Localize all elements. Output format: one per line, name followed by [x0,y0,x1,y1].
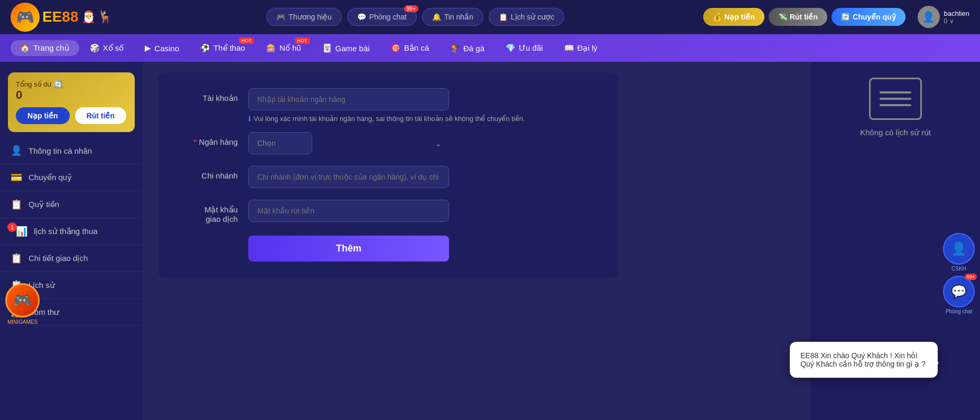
transfer-icon: 🔄 [841,13,850,21]
chat-popup-text: EE88 Xin chào Quý Khách ! Xin hỏi Quý Kh… [800,351,926,368]
bell-icon: 🔔 [432,13,441,21]
nav-item-gambai[interactable]: 🃏 Game bài [312,34,380,62]
ngan-hang-select-wrapper: Chọn Vietcombank Techcombank BIDV Vietin… [248,132,449,154]
logo-area: 🎮 EE88 🎅 🦌 [11,3,112,32]
thethao-icon: ⚽ [200,43,210,53]
person-icon: 👤 [11,145,22,156]
refresh-icon[interactable]: 🔄 [54,80,62,88]
casino-icon: ▶ [145,43,151,53]
main-content: Tài khoản ℹ Vui lòng xác minh tài khoản … [143,62,811,420]
user-balance-top: 0 ∨ [944,17,969,25]
transfer-sidebar-icon: 💳 [11,172,22,183]
deer-icon: 🦌 [98,10,112,24]
nav-item-xoso[interactable]: 🎲 Xổ số [79,34,135,62]
hot-badge-thethao: HOT [239,38,254,44]
balance-box: Tổng số dư 🔄 0 Nạp tiền Rút tiền [8,72,135,132]
chat-badge: 99+ [404,5,418,12]
cskh-button[interactable]: 👤 [943,233,975,265]
phong-chat-widget-button[interactable]: 💬 [943,276,975,307]
tin-nhan-button[interactable]: 🔔 Tin nhắn [422,8,483,26]
balance-label: Tổng số dư 🔄 [16,80,127,88]
nav-item-nohu[interactable]: 🎰 Nổ hũ HOT [256,34,312,62]
mat-khau-input[interactable] [248,200,449,222]
chart-icon: 📊 [16,226,27,237]
form-section: Tài khoản ℹ Vui lòng xác minh tài khoản … [158,72,618,277]
santa-icon: 🎅 [81,10,96,24]
rut-tien-sidebar-button[interactable]: Rút tiền [75,107,126,124]
minigames-label: MINIGAMES [5,319,40,325]
rut-tien-top-button[interactable]: 💸 Rút tiền [769,8,827,26]
thuong-hieu-icon: 🎮 [276,13,285,21]
history-icon: 📋 [499,13,508,21]
nav-item-casino[interactable]: ▶ Casino [134,34,190,62]
nav-item-banca[interactable]: 🎯 Bắn cá [380,34,440,62]
chat-widget: 👤 CSKH 💬 99+ Phòng chat [943,233,975,314]
chi-nhanh-label: Chi nhánh [174,166,238,180]
tai-khoan-row: Tài khoản [174,88,602,110]
notification-badge: 1 [7,222,17,232]
tai-khoan-input[interactable] [248,88,449,110]
minigames-button[interactable]: 🎮 [5,283,40,318]
chevron-down-icon: ⌄ [435,138,442,148]
info-icon: ℹ [248,115,251,123]
minigames-float: 🎮 MINIGAMES [5,283,40,325]
chuyen-quy-top-button[interactable]: 🔄 Chuyển quỹ [832,8,906,26]
history-line-3 [880,104,911,106]
gambai-icon: 🃏 [322,43,332,53]
sidebar-item-quytien[interactable]: 📋 Quỹ tiền [0,191,143,218]
detail-icon: 📋 [11,253,22,264]
nap-icon: 💰 [713,13,722,21]
user-info: bachlien 0 ∨ [944,10,969,25]
nav-item-thethao[interactable]: ⚽ Thể thao HOT [190,34,256,62]
btn-them-wrapper: Thêm [174,236,602,262]
daga-icon: 🐓 [450,43,460,53]
xoso-icon: 🎲 [90,43,100,53]
rut-icon: 💸 [778,13,787,21]
sidebar-item-chuyenquy[interactable]: 💳 Chuyển quỹ [0,164,143,191]
nap-tien-top-button[interactable]: 💰 Nạp tiền [703,8,764,26]
top-nav: 🎮 EE88 🎅 🦌 🎮 Thương hiệu 💬 Phòng chat 99… [0,0,980,34]
sidebar-item-chitiet[interactable]: 📋 Chi tiết giao dịch [0,245,143,272]
cskh-label: CSKH [943,266,975,272]
form-hint: ℹ Vui lòng xác minh tài khoản ngân hàng,… [248,115,602,123]
ngan-hang-label: Ngân hàng [174,132,238,146]
chat-popup: EE88 Xin chào Quý Khách ! Xin hỏi Quý Kh… [790,342,938,378]
phong-chat-button[interactable]: 💬 Phòng chat 99+ [347,8,417,26]
nav-item-uudai[interactable]: 💎 Ưu đãi [495,34,554,62]
user-area: 👤 bachlien 0 ∨ [918,6,969,28]
nav-item-daga[interactable]: 🐓 Đá gà [440,34,495,62]
home-icon: 🏠 [20,43,30,53]
sidebar-item-thongtin[interactable]: 👤 Thông tin cá nhân [0,137,143,164]
username: bachlien [944,10,969,17]
main-nav: 🏠 Trang chủ 🎲 Xổ số ▶ Casino ⚽ Thể thao … [0,34,980,62]
nohu-icon: 🎰 [266,43,276,53]
logo-decoration: 🎅 🦌 [81,10,112,24]
chi-nhanh-row: Chi nhánh [174,166,602,188]
them-button[interactable]: Thêm [248,236,449,262]
thuong-hieu-button[interactable]: 🎮 Thương hiệu [266,8,341,26]
chi-nhanh-input[interactable] [248,166,449,188]
phong-chat-label: Phòng chat [943,309,975,314]
lich-su-cuoc-button[interactable]: 📋 Lịch sử cược [489,8,564,26]
logo-text: EE88 [42,8,79,25]
nav-center-buttons: 🎮 Thương hiệu 💬 Phòng chat 99+ 🔔 Tin nhắ… [266,8,564,26]
mat-khau-label: Mật khẩu giao dịch [174,200,238,224]
ngan-hang-row: Ngân hàng Chọn Vietcombank Techcombank B… [174,132,602,154]
history-lines [880,91,911,106]
balance-btn-group: Nạp tiền Rút tiền [16,107,127,124]
chat-icon: 💬 [357,13,366,21]
sidebar-item-lichsu-thang[interactable]: 1 📊 lịch sử thắng thua [0,218,143,245]
ngan-hang-select[interactable]: Chọn Vietcombank Techcombank BIDV Vietin… [248,132,312,154]
nav-item-daily[interactable]: 📖 Đại lý [554,34,608,62]
history-empty-icon [869,78,922,120]
nap-tien-sidebar-button[interactable]: Nạp tiền [16,107,70,124]
uudai-icon: 💎 [506,43,516,53]
phong-chat-badge: 99+ [965,274,977,280]
daily-icon: 📖 [564,43,574,53]
balance-amount: 0 [16,88,127,102]
history-line-2 [880,98,911,100]
logo-circle: 🎮 [11,3,40,32]
nav-item-home[interactable]: 🏠 Trang chủ [11,40,79,56]
avatar: 👤 [918,6,940,28]
nav-right-buttons: 💰 Nạp tiền 💸 Rút tiền 🔄 Chuyển quỹ 👤 bac… [703,6,969,28]
